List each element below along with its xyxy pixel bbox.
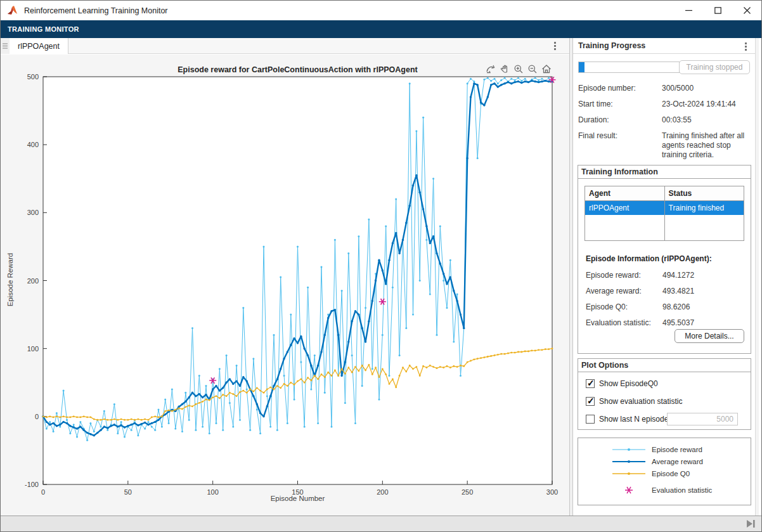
legend-episode-q0: Episode Q0 (611, 469, 690, 478)
window-title: Reinforcement Learning Training Monitor (24, 6, 168, 15)
axes-toolbar (484, 63, 553, 75)
tab-options-kebab-icon[interactable] (549, 40, 560, 51)
episode-reward-swatch (611, 445, 647, 454)
right-scrollbar-track[interactable] (755, 38, 759, 517)
right-panel-content: Training stopped Episode number: 300/500… (573, 55, 755, 517)
titlebar: Reinforcement Learning Training Monitor (1, 1, 761, 20)
training-stopped-button[interactable]: Training stopped (679, 60, 750, 74)
svg-text:0: 0 (35, 413, 39, 420)
document-tab-bar: rlPPOAgent (1, 38, 569, 54)
training-information-box: Training Information AgentStatusrlPPOAge… (578, 165, 751, 354)
episode-reward-row: Episode reward: 494.1272 (586, 271, 747, 280)
plot-options-box: Plot Options Show EpisodeQ0 Show evaluat… (578, 358, 751, 430)
training-information-header: Training Information (578, 165, 751, 179)
evaluation-statistic-swatch (611, 486, 647, 495)
show-last-n-episodes-option[interactable]: Show last N episodes (586, 415, 744, 424)
minimize-button[interactable] (674, 1, 703, 20)
legend-evaluation-statistic-label: Evaluation statistic (652, 486, 712, 494)
start-time-value: 23-Oct-2024 19:41:44 (662, 100, 757, 109)
legend-episode-q0-label: Episode Q0 (652, 470, 690, 477)
last-n-episodes-input[interactable] (667, 413, 738, 425)
maximize-button[interactable] (703, 1, 732, 20)
legend-episode-reward-label: Episode reward (652, 446, 702, 453)
legend-average-reward: Average reward (611, 457, 703, 466)
episode-q0-swatch (611, 469, 647, 478)
export-icon[interactable] (485, 63, 496, 75)
expand-panel-icon[interactable] (745, 519, 756, 529)
svg-text:100: 100 (27, 345, 39, 353)
show-episodeq0-label: Show EpisodeQ0 (599, 379, 658, 388)
agent-status-table[interactable]: AgentStatusrlPPOAgentTraining finished (584, 186, 744, 241)
right-panel-title: Training Progress (578, 41, 645, 50)
chart-panel: 050100150200250300-1000100200300400500 E… (1, 55, 569, 516)
legend-evaluation-statistic: Evaluation statistic (611, 486, 712, 495)
episode-reward-value: 494.1272 (662, 271, 694, 280)
reward-chart-plot[interactable]: 050100150200250300-1000100200300400500 (1, 55, 569, 516)
chart-column: rlPPOAgent 050100150200250300-1000100200… (1, 38, 569, 517)
toolstrip: TRAINING MONITOR (1, 20, 761, 38)
right-panel-header: Training Progress (573, 38, 755, 54)
matlab-logo-icon (7, 5, 18, 16)
svg-text:300: 300 (27, 209, 39, 216)
svg-text:-100: -100 (25, 481, 39, 488)
svg-text:500: 500 (27, 73, 39, 81)
toolstrip-tab-training-monitor[interactable]: TRAINING MONITOR (1, 20, 86, 38)
progress-row: Training stopped (578, 60, 750, 74)
x-axis-label: Episode Number (43, 495, 552, 502)
show-episodeq0-option[interactable]: Show EpisodeQ0 (586, 379, 658, 388)
episode-number-label: Episode number: (578, 84, 636, 93)
episode-q0-row: Episode Q0: 98.6206 (586, 302, 747, 311)
close-button[interactable] (732, 1, 761, 20)
show-evaluation-statistic-option[interactable]: Show evaluation statistic (586, 397, 682, 406)
show-evaluation-statistic-checkbox[interactable] (586, 397, 595, 406)
show-last-n-episodes-checkbox[interactable] (586, 415, 595, 424)
average-reward-swatch (611, 457, 647, 466)
panel-options-kebab-icon[interactable] (740, 41, 751, 52)
chart-title: Episode reward for CartPoleContinuousAct… (43, 65, 552, 74)
show-episodeq0-checkbox[interactable] (586, 379, 595, 388)
episode-q0-label: Episode Q0: (586, 302, 628, 311)
show-evaluation-statistic-label: Show evaluation statistic (599, 397, 682, 406)
chart-legend: Episode reward Average reward Episode Q0… (578, 438, 751, 505)
svg-text:400: 400 (27, 141, 39, 148)
plot-options-header: Plot Options (578, 359, 751, 372)
episode-information-header: Episode Information (rlPPOAgent): (586, 254, 712, 263)
show-last-n-episodes-label: Show last N episodes (599, 415, 672, 424)
main-region: rlPPOAgent 050100150200250300-1000100200… (1, 38, 761, 517)
episode-q0-value: 98.6206 (662, 302, 690, 311)
training-progress-bar (578, 62, 680, 73)
final-result-label: Final result: (578, 131, 617, 140)
start-time-label: Start time: (578, 100, 613, 108)
duration-value: 00:03:55 (662, 115, 757, 125)
zoom-in-icon[interactable] (513, 63, 524, 75)
average-reward-row: Average reward: 493.4821 (586, 287, 747, 295)
app-window: Reinforcement Learning Training Monitor … (0, 0, 762, 532)
duration-label: Duration: (578, 115, 609, 124)
tab-rlppoagent[interactable]: rlPPOAgent (10, 38, 68, 54)
evaluation-statistic-row: Evaluation statistic: 495.5037 (586, 318, 747, 327)
pan-icon[interactable] (499, 63, 510, 75)
y-axis-label: Episode Reward (6, 245, 14, 315)
legend-average-reward-label: Average reward (652, 458, 703, 465)
evaluation-statistic-label: Evaluation statistic: (586, 318, 651, 327)
legend-episode-reward: Episode reward (611, 445, 702, 454)
training-progress-panel: Training Progress Training stopped Episo… (573, 38, 755, 517)
statusbar (1, 516, 761, 531)
svg-text:200: 200 (27, 277, 39, 285)
evaluation-statistic-value: 495.5037 (662, 318, 694, 327)
tab-overflow-icon[interactable] (1, 38, 10, 54)
average-reward-label: Average reward: (586, 287, 642, 295)
final-result-value: Training finished after all agents reach… (662, 131, 757, 160)
zoom-out-icon[interactable] (527, 63, 538, 75)
episode-reward-label: Episode reward: (586, 271, 641, 280)
training-progress-fill (579, 62, 584, 72)
home-icon[interactable] (541, 63, 552, 75)
average-reward-value: 493.4821 (662, 287, 694, 295)
episode-number-value: 300/5000 (662, 84, 757, 93)
more-details-button[interactable]: More Details... (675, 329, 744, 343)
